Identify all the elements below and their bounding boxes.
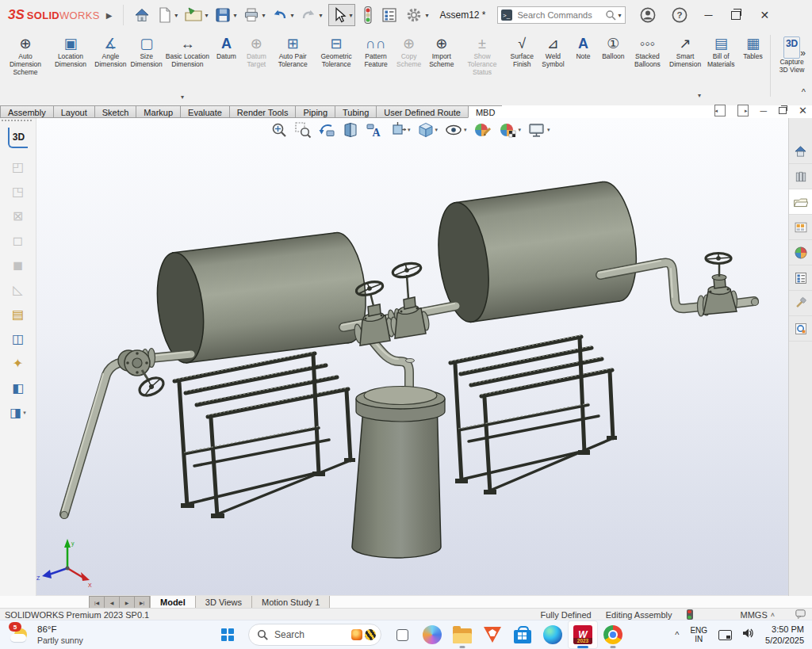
taskbar-app-brave[interactable] <box>477 620 508 649</box>
comment-icon[interactable] <box>795 609 806 620</box>
chevron-down-icon[interactable]: ▾ <box>233 12 236 19</box>
frame-view-icon[interactable]: ◫ <box>0 326 36 351</box>
undo-button[interactable]: ▾ <box>270 5 295 25</box>
appearances-scenes-tab[interactable] <box>789 240 812 265</box>
graphics-area[interactable]: .po{stroke:#4a4e44;stroke-width:12;fill:… <box>36 118 789 596</box>
chevron-down-icon[interactable]: ▾ <box>519 127 522 133</box>
chevron-down-icon[interactable]: ▾ <box>262 12 265 19</box>
blue-cube-icon[interactable]: ◧ <box>0 376 36 400</box>
flat-view-icon[interactable]: ◻ <box>0 228 36 253</box>
network-display-icon[interactable] <box>718 630 732 640</box>
tab-piping[interactable]: Piping <box>295 105 335 118</box>
ribbon-tool-stacked-balloons[interactable]: ◦◦◦Stacked Balloons <box>628 32 666 71</box>
collapse-left-pane-icon[interactable]: ◂ <box>714 105 726 116</box>
clock[interactable]: 3:50 PM 5/20/2025 <box>765 624 804 647</box>
weather-widget[interactable]: 5 86°F Partly sunny <box>0 624 127 646</box>
ribbon-tool-angle-dimension[interactable]: ∡Angle Dimension <box>92 32 129 71</box>
chevron-down-icon[interactable]: ▾ <box>464 127 467 133</box>
ribbon-tool-location-dimension[interactable]: ▣Location Dimension <box>49 32 92 71</box>
select-tool-button[interactable]: ▾ <box>328 4 355 26</box>
taskbar-app-file-explorer[interactable] <box>447 620 477 649</box>
chevron-down-icon[interactable]: ▾ <box>547 127 550 133</box>
tab-3d-views[interactable]: 3D Views <box>196 596 252 609</box>
trending-search-icon[interactable] <box>365 629 376 640</box>
hidden-icons-chevron[interactable]: ^ <box>675 630 679 639</box>
chevron-down-icon[interactable]: ▾ <box>319 12 322 19</box>
ribbon-tool-size-dimension[interactable]: ▢Size Dimension <box>129 32 164 71</box>
section-cube-icon[interactable]: ◨▾ <box>0 400 36 425</box>
tab-layout[interactable]: Layout <box>53 105 94 118</box>
volume-icon[interactable] <box>741 627 754 643</box>
doc-restore-button[interactable] <box>779 107 787 114</box>
tab-user-defined-route[interactable]: User Defined Route <box>376 105 468 118</box>
collapse-right-pane-icon[interactable]: ▸ <box>737 105 749 116</box>
chevron-down-icon[interactable]: ▾ <box>205 12 208 19</box>
solidworks-resources-tab[interactable] <box>789 139 812 164</box>
chevron-down-icon[interactable]: ▾ <box>174 12 178 19</box>
chevron-down-icon[interactable]: ▾ <box>290 12 293 19</box>
dynamic-annotation-views-button[interactable]: A <box>364 120 385 140</box>
tab-mbd[interactable]: MBD <box>468 105 502 118</box>
flyout-arrow-icon[interactable]: ▾ <box>23 410 26 416</box>
ribbon-tool-smart-dimension[interactable]: ↗Smart Dimension <box>666 32 704 71</box>
trending-search-icon[interactable] <box>351 629 362 640</box>
account-button[interactable] <box>637 4 659 26</box>
wedge-view-icon[interactable]: ◺ <box>0 277 36 302</box>
tab-tubing[interactable]: Tubing <box>335 105 376 118</box>
ribbon-collapse-button[interactable]: ^ <box>802 87 806 97</box>
tab-render-tools[interactable]: Render Tools <box>229 105 296 118</box>
doc-minimize-button[interactable]: ─ <box>760 105 768 116</box>
taskbar-app-microsoft-store[interactable] <box>508 620 538 649</box>
notebook-icon[interactable]: ▤ <box>0 302 36 326</box>
previous-tab-button[interactable]: ◀ <box>104 596 119 609</box>
edit-appearance-button[interactable] <box>472 120 494 140</box>
flyout-arrow-icon[interactable]: ▾ <box>181 94 184 101</box>
doc-close-button[interactable]: ✕ <box>799 105 807 116</box>
tab-motion-study-1[interactable]: Motion Study 1 <box>252 596 330 609</box>
command-search[interactable]: >_ ▾ <box>497 6 626 24</box>
custom-properties-tab[interactable] <box>789 265 812 291</box>
open-button[interactable]: ▾ <box>182 5 209 25</box>
ribbon-tool-surface-finish[interactable]: √Surface Finish <box>506 32 538 71</box>
chevron-up-icon[interactable]: ˄ <box>771 611 775 619</box>
3d-views-icon[interactable]: 3D <box>8 128 28 148</box>
solid-view-icon[interactable]: ◼ <box>0 253 36 277</box>
ribbon-tool-auto-pair-tolerance[interactable]: ⊞Auto Pair Tolerance <box>271 32 314 71</box>
ribbon-tool-note[interactable]: ANote <box>568 32 598 63</box>
file-explorer-tab[interactable] <box>789 189 812 215</box>
taskbar-search[interactable]: Search <box>248 624 381 646</box>
ribbon-tool-pattern-feature[interactable]: ∩∩Pattern Feature <box>358 32 393 71</box>
save-button[interactable]: ▾ <box>213 5 238 25</box>
minimize-button[interactable]: ─ <box>705 9 713 21</box>
cube-view-icon[interactable]: ◳ <box>0 179 36 204</box>
solidworks-forum-tab[interactable] <box>789 291 812 316</box>
home-button[interactable] <box>132 5 152 25</box>
chevron-down-icon[interactable]: ▾ <box>425 12 428 19</box>
help-button[interactable]: ? <box>668 4 691 26</box>
search-commands-input[interactable] <box>516 10 605 21</box>
unit-system-selector[interactable]: MMGS <box>741 610 768 620</box>
ribbon-tool-weld-symbol[interactable]: ⊿Weld Symbol <box>538 32 568 71</box>
next-tab-button[interactable]: ▶ <box>119 596 134 609</box>
task-view-button[interactable] <box>387 629 417 641</box>
chevron-down-icon[interactable]: ▾ <box>619 12 622 19</box>
zoom-to-fit-button[interactable] <box>269 120 289 140</box>
taskbar-app-solidworks[interactable]: W 2023 <box>568 620 598 649</box>
view-orientation-button[interactable]: ▾ <box>416 120 440 140</box>
tab-assembly[interactable]: Assembly <box>0 105 53 118</box>
taskbar-app-edge[interactable] <box>538 620 568 649</box>
tab-model[interactable]: Model <box>150 596 196 609</box>
ribbon-tool-bill-of-materials[interactable]: ▤Bill of Materials <box>704 32 738 71</box>
zoom-to-area-button[interactable] <box>293 120 313 140</box>
tab-evaluate[interactable]: Evaluate <box>180 105 229 118</box>
magic-wand-icon[interactable]: ✦ <box>0 351 36 376</box>
ribbon-tool-datum[interactable]: ADatum <box>211 32 241 63</box>
ribbon-tool-basic-location-dimension[interactable]: ↔Basic Location Dimension <box>163 32 211 71</box>
ribbon-tool-copy-scheme[interactable]: ⊕Copy Scheme <box>393 32 425 71</box>
ribbon-tool-tables[interactable]: ▦Tables <box>737 32 768 63</box>
language-indicator[interactable]: ENG IN <box>690 626 707 644</box>
previous-view-button[interactable] <box>316 120 337 140</box>
toolbar-drag-handle[interactable] <box>2 120 32 121</box>
restore-button[interactable] <box>731 11 741 20</box>
3dexperience-tab[interactable] <box>789 316 812 342</box>
